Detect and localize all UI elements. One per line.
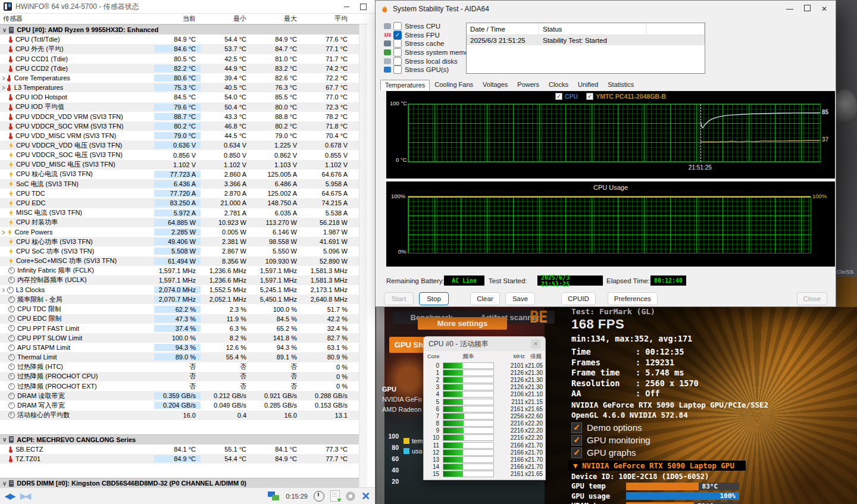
expand-chevron-icon[interactable]: > [2, 84, 5, 91]
sensor-row[interactable]: CPU VDDCR_VDD VRM (SVI3 TFN)88.7 °C43.3 … [0, 112, 367, 121]
expand-chevron-icon[interactable]: > [2, 228, 5, 236]
sensor-row[interactable]: DRAM 读取带宽0.359 GB/s0.212 GB/s0.921 GB/s0… [0, 391, 367, 400]
expand-chevron-icon[interactable]: > [2, 286, 5, 293]
furmark-option-gpu-monitoring[interactable]: ✓GPU monitoring [571, 434, 650, 446]
sensor-row[interactable]: >Core Powers2.285 W0.005 W6.146 W1.987 W [0, 227, 367, 237]
sensor-row[interactable]: CPU VDD_MISC 电压 (SVI3 TFN)1.102 V1.102 V… [0, 160, 367, 170]
stress-checkbox[interactable] [393, 39, 402, 48]
sensor-row[interactable]: CPU VDDCR_SOC VRM (SVI3 TFN)80.2 °C46.8 … [0, 121, 367, 131]
stop-button[interactable]: Stop [419, 292, 449, 305]
legend-checkbox[interactable]: ✓ [586, 93, 593, 100]
sensor-row[interactable]: CPU 封装功率64.885 W10.923 W113.270 W56.218 … [0, 218, 367, 227]
preferences-button[interactable]: Preferences [608, 292, 658, 305]
sensor-group-header[interactable]: ∨DDR5 DIMM [#0]: Kingston CBD56S46BD8MD-… [0, 478, 367, 488]
tab-voltages[interactable]: Voltages [478, 79, 512, 90]
sensor-row[interactable]: >Core Temperatures80.6 °C39.4 °C82.6 °C7… [0, 73, 367, 83]
stress-checkbox[interactable] [393, 65, 402, 74]
stress-checkbox[interactable] [393, 57, 402, 65]
sensor-row[interactable]: CPU CCD2 (Tdie)82.2 °C44.9 °C83.2 °C74.2… [0, 64, 367, 73]
checked-checkbox[interactable]: ✓ [571, 435, 582, 446]
stress-checkbox[interactable] [393, 48, 402, 57]
sensor-row[interactable]: 内存控制器频率 (UCLK)1,597.1 MHz1,236.6 MHz1,59… [0, 276, 367, 285]
sensor-row[interactable]: 活动核心的平均数16.00.416.013.1 [0, 411, 367, 420]
stress-option[interactable]: Stress GPU(s) [384, 65, 467, 74]
maximize-button[interactable] [355, 1, 371, 12]
log-row[interactable]: 2025/6/3 21:51:25Stability Test: Started [467, 35, 705, 45]
sensor-row[interactable]: Core+SoC+MISC 功率 (SVI3 TFN)61.494 W8.356… [0, 256, 367, 266]
legend-item[interactable]: ✓CPU [555, 93, 578, 100]
sensor-row[interactable]: CPU PPT FAST Limit37.4 %6.3 %65.2 %32.4 … [0, 324, 367, 333]
nav-arrows-secondary-icon[interactable]: ▶◀ [20, 492, 30, 500]
column-current[interactable]: 当前 [154, 14, 201, 23]
tab-unified[interactable]: Unified [573, 79, 603, 90]
sensor-row[interactable]: Infinity Fabric 频率 (FCLK)1,597.1 MHz1,23… [0, 266, 367, 276]
save-button[interactable]: Save [505, 292, 535, 305]
clear-button[interactable]: Clear [470, 292, 500, 305]
legend-item[interactable]: ✓YMTC PC411-2048GB-B [586, 93, 666, 100]
tab-clocks[interactable]: Clocks [544, 79, 573, 90]
column-avg[interactable]: 平均 [302, 14, 352, 23]
stress-option[interactable]: Stress local disks [384, 57, 467, 65]
stress-option[interactable]: Stress system memo [384, 48, 467, 57]
furmark-option-gpu-graphs[interactable]: ✓GPU graphs [571, 446, 650, 459]
sensor-row[interactable]: MISC 电流 (SVI3 TFN)5.972 A2.781 A6.035 A5… [0, 208, 367, 218]
column-min[interactable]: 最小 [201, 14, 251, 23]
tab-temperatures[interactable]: Temperatures [380, 80, 430, 90]
sensor-row[interactable]: CPU VDDCR_SOC 电压 (SVI3 TFN)0.856 V0.850 … [0, 150, 367, 159]
stress-option[interactable]: 123✓Stress FPU [384, 31, 467, 40]
sensor-row[interactable]: CPU 核心电流 (SVI3 TFN)77.723 A2.860 A125.00… [0, 170, 367, 179]
sensor-row[interactable]: CPU IOD 平均值79.6 °C50.4 °C80.0 °C72.3 °C [0, 102, 367, 112]
sensor-row[interactable]: CPU SoC 功率 (SVI3 TFN)5.508 W2.867 W5.550… [0, 246, 367, 256]
stress-checkbox[interactable]: ✓ [393, 31, 402, 39]
nav-arrows-icon[interactable]: ◀▶ [5, 492, 14, 500]
sensor-row[interactable]: CPU EDC 限制47.3 %11.9 %84.5 %42.2 % [0, 314, 367, 324]
sensor-row[interactable]: 过热降频 (PROCHOT EXT)否否否0 % [0, 381, 367, 391]
sensor-row[interactable]: CPU 外壳 (平均)84.6 °C53.7 °C84.7 °C77.1 °C [0, 44, 367, 54]
close-button[interactable]: Close [797, 292, 827, 305]
sensor-row[interactable]: CPU (Tctl/Tdie)84.9 °C54.4 °C84.9 °C77.6… [0, 35, 367, 44]
sensor-row[interactable]: 过热降频 (HTC)否否否0 % [0, 362, 367, 372]
monitors-icon[interactable] [268, 492, 280, 501]
start-button[interactable]: Start [384, 292, 414, 305]
sensor-row[interactable]: CPU CCD1 (Tdie)80.5 °C42.5 °C81.0 °C71.7… [0, 54, 367, 64]
stress-option[interactable]: Stress cache [384, 39, 467, 48]
vertical-scrollbar[interactable] [359, 24, 367, 488]
more-settings-button[interactable]: More settings [418, 317, 507, 330]
sensor-group-header[interactable]: ∨CPU [#0]: AMD Ryzen 9 9955HX3D: Enhance… [0, 24, 367, 35]
sensor-row[interactable]: CPU IOD Hotspot84.5 °C54.0 °C85.5 °C77.0… [0, 92, 367, 102]
minimize-button[interactable]: — [786, 5, 793, 13]
sensor-row[interactable]: APU STAPM Limit94.3 %12.6 %94.3 %63.1 % [0, 343, 367, 352]
sensor-row[interactable]: CPU EDC83.250 A21.000 A148.750 A74.215 A [0, 198, 367, 208]
checked-checkbox[interactable]: ✓ [571, 447, 582, 458]
sensor-row[interactable]: 频率限制 - 全局2,070.7 MHz2,052.1 MHz5,450.1 M… [0, 295, 367, 304]
column-max[interactable]: 最大 [251, 14, 302, 23]
sensor-row[interactable]: >L3 Temperatures75.3 °C40.5 °C76.3 °C67.… [0, 83, 367, 92]
sensor-row[interactable]: DRAM 写入带宽0.204 GB/s0.049 GB/s0.285 GB/s0… [0, 400, 367, 410]
sensor-row[interactable]: CPU VDDCR_VDD 电压 (SVI3 TFN)0.636 V0.634 … [0, 140, 367, 150]
checked-checkbox[interactable]: ✓ [571, 422, 582, 433]
stress-option[interactable]: Stress CPU [384, 22, 467, 31]
legend-checkbox[interactable]: ✓ [555, 93, 562, 100]
tab-statistics[interactable]: Statistics [603, 79, 639, 90]
sensor-row[interactable]: CPU TDC 限制62.2 %2.3 %100.0 %51.7 % [0, 304, 367, 314]
clock-icon[interactable] [314, 491, 324, 502]
gpu-list-item[interactable]: AMD Radeon [382, 405, 430, 415]
tab-cooling-fans[interactable]: Cooling Fans [430, 79, 478, 90]
sensor-row[interactable]: Thermal Limit89.0 %55.4 %89.1 %80.9 % [0, 352, 367, 362]
sensor-row[interactable]: CPU TDC77.720 A2.870 A125.002 A64.675 A [0, 189, 367, 198]
sensor-row[interactable]: 过热降频 (PROCHOT CPU)否否否0 % [0, 372, 367, 381]
close-x-icon[interactable]: ✕ [361, 492, 370, 501]
expand-chevron-icon[interactable]: > [2, 74, 5, 82]
close-icon[interactable]: × [531, 339, 540, 349]
sensor-row[interactable]: SB.ECTZ84.1 °C55.1 °C84.1 °C77.3 °C [0, 444, 367, 454]
maximize-button[interactable] [804, 5, 811, 11]
cpuid-button[interactable]: CPUID [561, 292, 596, 305]
sensor-row[interactable]: TZ.TZ0184.9 °C54.4 °C84.9 °C77.7 °C [0, 454, 367, 464]
gpu-monitor-header[interactable]: ▼ NVIDIA GeForce RTX 5090 Laptop GPU [568, 461, 746, 471]
minimize-button[interactable] [338, 1, 355, 12]
stress-checkbox[interactable] [393, 22, 402, 30]
sensor-group-header[interactable]: ∨ACPI: MECHREVO CANGLONG Series [0, 434, 367, 444]
close-button[interactable]: ✕ [821, 5, 827, 13]
sensor-row[interactable]: SoC 电流 (SVI3 TFN)6.436 A3.366 A6.486 A5.… [0, 179, 367, 189]
column-sensor[interactable]: 传感器 [0, 14, 154, 23]
